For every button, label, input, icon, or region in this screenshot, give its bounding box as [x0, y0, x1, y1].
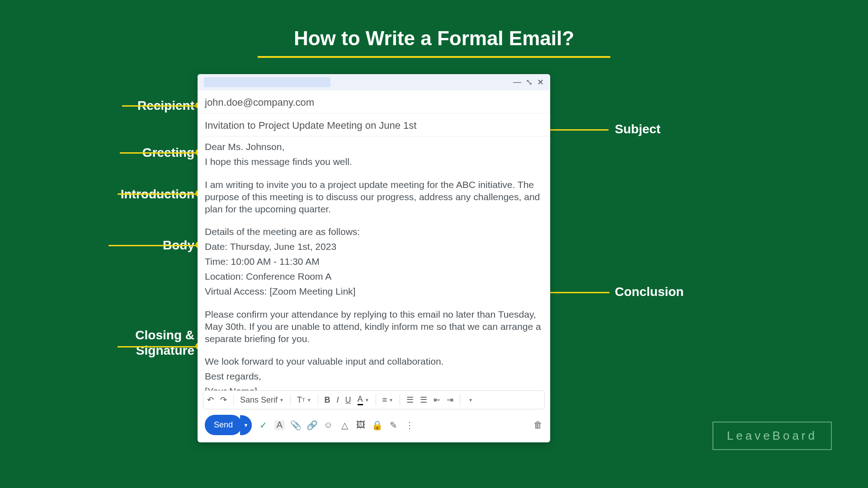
details-date: Date: Thursday, June 1st, 2023 — [205, 241, 543, 253]
undo-icon[interactable]: ↶ — [207, 395, 214, 405]
closing-line-1: We look forward to your valuable input a… — [205, 356, 543, 368]
callout-line — [546, 292, 609, 293]
label-closing-signature: Closing &Signature — [32, 328, 194, 358]
compose-header: — ⤡ ✕ — [198, 74, 550, 90]
emoji-icon[interactable]: ☺ — [323, 420, 333, 430]
collapse-icon[interactable]: ⤡ — [526, 77, 533, 87]
callout-line — [122, 105, 199, 107]
bold-icon[interactable]: B — [325, 395, 330, 405]
callout-line — [108, 245, 199, 246]
font-size-icon[interactable]: TT▼ — [297, 395, 311, 405]
link-icon[interactable]: 🔗 — [307, 420, 317, 430]
greeting-line-2: I hope this message finds you well. — [205, 156, 543, 168]
greeting-line: Dear Ms. Johnson, — [205, 141, 543, 153]
compose-title-pill — [204, 77, 330, 87]
close-icon[interactable]: ✕ — [537, 77, 544, 87]
indent-less-icon[interactable]: ⇤ — [434, 395, 440, 405]
subject-field[interactable]: Invitation to Project Update Meeting on … — [198, 113, 550, 136]
email-body[interactable]: Dear Ms. Johnson, I hope this message fi… — [198, 136, 550, 390]
details-virtual: Virtual Access: [Zoom Meeting Link] — [205, 286, 543, 298]
recipient-field[interactable]: john.doe@company.com — [198, 90, 550, 113]
closing-line-2: Best regards, — [205, 371, 543, 383]
confidential-icon[interactable]: 🔒 — [372, 420, 382, 430]
send-options-button[interactable]: ▼ — [240, 415, 252, 435]
details-location: Location: Conference Room A — [205, 271, 543, 283]
redo-icon[interactable]: ↷ — [220, 395, 227, 405]
numbered-list-icon[interactable]: ☰ — [406, 395, 414, 405]
callout-line — [118, 346, 199, 347]
align-icon[interactable]: ≡▼ — [382, 395, 393, 405]
label-subject: Subject — [615, 122, 796, 136]
underline-icon[interactable]: U — [345, 395, 351, 405]
more-format-icon[interactable]: ▼ — [467, 398, 473, 403]
formatting-toolbar: ↶ ↷ Sans Serif▼ TT▼ B I U A▼ ≡▼ ☰ ☰ ⇤ ⇥ … — [203, 390, 545, 409]
brand-logo: LeaveBoard — [712, 422, 832, 450]
send-button[interactable]: Send — [205, 415, 242, 435]
details-header: Details of the meeting are as follows: — [205, 226, 543, 238]
image-icon[interactable]: 🖼 — [356, 420, 366, 430]
attach-icon[interactable]: 📎 — [291, 420, 301, 430]
trash-icon[interactable]: 🗑 — [533, 420, 543, 430]
signature-icon[interactable]: ✎ — [388, 420, 398, 430]
conclusion-paragraph: Please confirm your attendance by replyi… — [205, 309, 543, 345]
text-color-icon[interactable]: A▼ — [358, 394, 369, 405]
compose-window: — ⤡ ✕ john.doe@company.com Invitation to… — [198, 74, 550, 442]
label-conclusion: Conclusion — [615, 285, 796, 299]
closing-name: [Your Name] — [205, 385, 543, 390]
compose-actions: Send ▼ ✓ A 📎 🔗 ☺ △ 🖼 🔒 ✎ ⋮ 🗑 — [198, 409, 550, 442]
title-underline — [258, 56, 610, 58]
details-time: Time: 10:00 AM - 11:30 AM — [205, 256, 543, 268]
drive-icon[interactable]: △ — [340, 420, 349, 430]
more-options-icon[interactable]: ⋮ — [405, 420, 415, 430]
italic-icon[interactable]: I — [337, 395, 339, 405]
callout-line — [118, 193, 199, 195]
font-select[interactable]: Sans Serif▼ — [240, 395, 284, 405]
intro-paragraph: I am writing to invite you to a project … — [205, 179, 543, 216]
minimize-icon[interactable]: — — [513, 77, 521, 87]
text-format-icon[interactable]: A — [274, 420, 284, 430]
bullet-list-icon[interactable]: ☰ — [420, 395, 427, 405]
page-title: How to Write a Formal Email? — [294, 27, 574, 50]
spellcheck-icon[interactable]: ✓ — [258, 420, 268, 430]
indent-more-icon[interactable]: ⇥ — [447, 395, 453, 405]
callout-line — [120, 152, 199, 154]
